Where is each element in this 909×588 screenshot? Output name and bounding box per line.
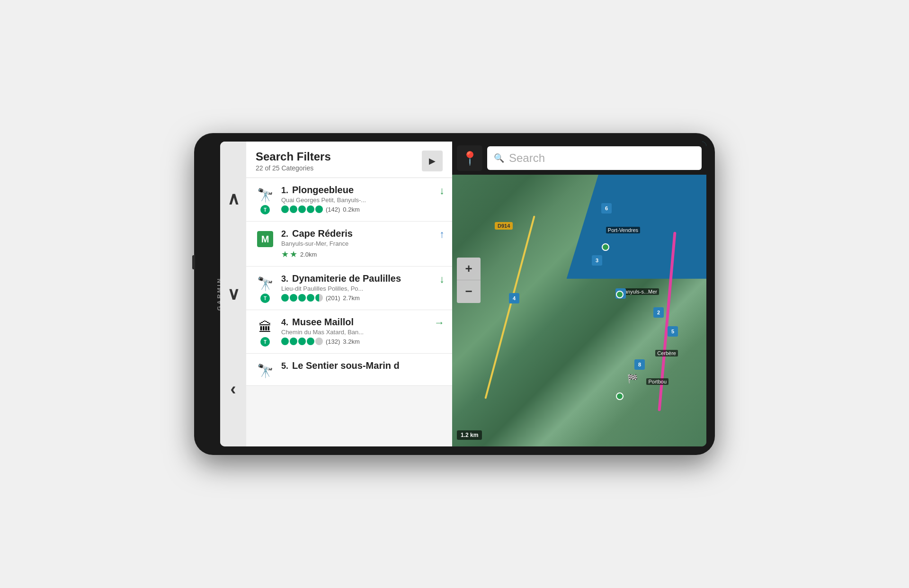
circle-1	[281, 205, 289, 213]
result-item-3[interactable]: 🔭 T 3. Dynamiterie de Paulilles	[246, 267, 452, 310]
circle-4	[307, 205, 314, 213]
result-icon-1: 🔭 T	[254, 185, 276, 214]
result-icon-3: 🔭 T	[254, 273, 276, 303]
result-icon-4: 🏛 T	[254, 317, 276, 347]
search-filters-header: Search Filters 22 of 25 Categories	[246, 142, 452, 178]
result-distance-1: ↓	[416, 185, 445, 197]
location-button[interactable]: 📍	[457, 145, 482, 171]
left-panel: ∧ ∨ ‹ Search Filters 22 of 25 Categories	[220, 142, 452, 446]
search-icon: 🔍	[494, 153, 504, 163]
circle-3-3	[298, 294, 306, 302]
screen: ∧ ∨ ‹ Search Filters 22 of 25 Categories	[220, 142, 706, 446]
stars-rating-2: ★ ★	[281, 249, 297, 259]
result-item-2[interactable]: M 2. Cape Réderis Banyuls-sur-Mer, Franc…	[246, 222, 452, 267]
search-filters-title: Search Filters	[256, 150, 331, 163]
review-count-1: (142)	[326, 206, 340, 213]
result-rating-1: (142) 0.2km	[281, 205, 411, 213]
result-number-3: 3.	[281, 274, 288, 284]
result-name-2: Cape Réderis	[292, 228, 353, 239]
tripadvisor-icon-1: T	[260, 205, 270, 214]
result-distance-2: ↑	[416, 228, 445, 241]
side-button[interactable]	[192, 255, 195, 269]
map-background: D914 Port-Vendres Banyuls-s...Mer Cerbèr…	[452, 142, 706, 446]
binoculars-icon: 🔭	[257, 187, 274, 203]
circle-4-3	[298, 338, 306, 345]
circle-2	[290, 205, 297, 213]
result-icon-2: M	[254, 228, 276, 247]
result-name-row-1: 1. Plongeebleue	[281, 185, 411, 196]
distance-inline-4: 3.2km	[343, 338, 359, 345]
circle-4-4	[307, 338, 314, 345]
device-shell: GARMIN ∧ ∨ ‹ Search Filte	[194, 133, 715, 455]
circles-rating-1	[281, 205, 323, 213]
result-name-5: Le Sentier sous-Marin d	[292, 360, 400, 371]
back-arrow[interactable]: ‹	[231, 381, 236, 398]
binoculars-icon-3: 🔭	[257, 276, 274, 292]
result-distance-3: ↓	[416, 273, 445, 285]
map-dot-green-1	[602, 243, 609, 251]
circle-4-5	[315, 338, 323, 345]
result-main-5: 5. Le Sentier sous-Marin d	[281, 360, 411, 371]
distance-inline-1: 0.2km	[343, 206, 359, 213]
zoom-in-button[interactable]: +	[457, 258, 481, 280]
place-label-portbou: Portbou	[646, 378, 668, 385]
location-icon: 📍	[462, 151, 478, 166]
map-pin-3: 3	[592, 255, 602, 266]
circle-3	[298, 205, 306, 213]
nav-arrows: ∧ ∨ ‹	[220, 142, 246, 446]
review-count-4: (132)	[326, 338, 340, 345]
results-list: 🔭 T 1. Plongeebleue Quai Georg	[246, 178, 452, 446]
circle-3-1	[281, 294, 289, 302]
zoom-out-button[interactable]: −	[457, 280, 481, 303]
direction-arrow-3: ↓	[439, 273, 445, 285]
result-rating-4: (132) 3.2km	[281, 338, 411, 345]
circle-4-1	[281, 338, 289, 345]
result-name-row-5: 5. Le Sentier sous-Marin d	[281, 360, 411, 371]
map-top-bar: 📍 🔍 Search	[452, 142, 706, 175]
result-icon-5: 🔭	[254, 360, 276, 379]
result-number-1: 1.	[281, 186, 288, 196]
result-name-1: Plongeebleue	[292, 185, 354, 196]
next-button[interactable]	[422, 151, 443, 171]
result-main-2: 2. Cape Réderis Banyuls-sur-Mer, France …	[281, 228, 411, 259]
circles-rating-3	[281, 294, 323, 302]
map-panel: 📍 🔍 Search	[452, 142, 706, 446]
map-pin-8: 8	[634, 359, 645, 370]
binoculars-icon-5: 🔭	[257, 363, 274, 379]
result-address-2: Banyuls-sur-Mer, France	[281, 240, 411, 247]
header-text: Search Filters 22 of 25 Categories	[256, 150, 331, 172]
place-label-cerbere: Cerbère	[655, 350, 678, 356]
map-pin-2: 2	[653, 307, 664, 318]
museum-icon: 🏛	[258, 320, 272, 335]
star-2: ★	[290, 249, 297, 259]
search-bar[interactable]: 🔍 Search	[487, 146, 702, 170]
left-content: Search Filters 22 of 25 Categories	[246, 142, 452, 446]
search-placeholder: Search	[509, 151, 545, 165]
result-item-1[interactable]: 🔭 T 1. Plongeebleue Quai Georg	[246, 178, 452, 222]
search-filters-subtitle: 22 of 25 Categories	[256, 164, 331, 172]
distance-inline-3: 2.7km	[343, 294, 359, 302]
result-number-4: 4.	[281, 318, 288, 328]
result-item-5[interactable]: 🔭 5. Le Sentier sous-Marin d	[246, 354, 452, 386]
zoom-controls: + −	[457, 258, 481, 303]
road-main	[484, 215, 535, 399]
result-name-3: Dynamiterie de Paulilles	[292, 273, 401, 284]
direction-arrow-1: ↓	[439, 185, 445, 197]
place-label-port-vendres: Port-Vendres	[606, 227, 640, 233]
circle-3-5	[315, 294, 323, 302]
road-label-d914: D914	[495, 222, 513, 230]
result-main-4: 4. Musee Maillol Chemin du Mas Xatard, B…	[281, 317, 411, 345]
map-dot-green-3	[616, 392, 624, 400]
scroll-up-arrow[interactable]: ∧	[227, 190, 240, 207]
tripadvisor-icon-3: T	[260, 294, 270, 303]
result-item-4[interactable]: 🏛 T 4. Musee Maillol Chemin du	[246, 310, 452, 354]
scroll-down-arrow[interactable]: ∨	[227, 285, 240, 303]
circle-3-2	[290, 294, 297, 302]
map-pin-5: 5	[668, 326, 678, 337]
map-dot-green-2	[616, 291, 624, 298]
result-name-row-4: 4. Musee Maillol	[281, 317, 411, 328]
circle-3-4	[307, 294, 314, 302]
result-number-5: 5.	[281, 361, 288, 371]
map-pin-4: 4	[509, 293, 519, 303]
circle-4-2	[290, 338, 297, 345]
